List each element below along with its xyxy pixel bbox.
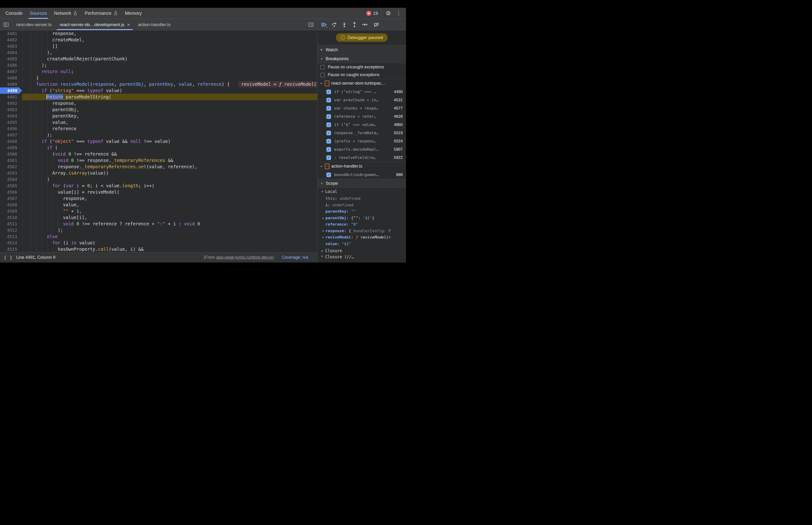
tab-network[interactable]: Network [50, 8, 81, 19]
scope-variable-row[interactable]: reference: "0" [318, 221, 406, 228]
section-scope[interactable]: ▼ Scope [318, 179, 406, 188]
tab-sources[interactable]: Sources [26, 8, 50, 19]
code-line-body: for (i in value) [22, 240, 317, 246]
breakpoint-item[interactable]: ✓reference = refer…4628 [318, 112, 406, 121]
line-number[interactable]: 4496 [0, 125, 22, 132]
tab-memory[interactable]: Memory [121, 8, 145, 19]
step-out-icon[interactable] [350, 21, 358, 29]
line-number[interactable]: 4513 [0, 234, 22, 240]
breakpoint-item[interactable]: ✓boundActionArgumen…888 [318, 170, 406, 179]
line-number[interactable]: 4512 [0, 227, 22, 234]
line-number[interactable]: 4488 [0, 75, 22, 81]
resume-icon[interactable] [320, 21, 328, 29]
scope-local-header[interactable]: ▼ Local [318, 188, 406, 195]
line-number[interactable]: 4495 [0, 119, 22, 125]
file-tab-next-dev-server[interactable]: next-dev-server.ts [12, 19, 56, 30]
source-map-link[interactable]: app-page-turbo.runtime.dev.js [216, 255, 272, 260]
scope-variable-row[interactable]: this: undefined [318, 195, 406, 202]
line-number[interactable]: 4506 [0, 189, 22, 195]
line-number[interactable]: 4485 [0, 56, 22, 62]
line-number[interactable]: 4492 [0, 100, 22, 106]
checkbox-checked[interactable]: ✓ [326, 114, 331, 119]
line-number[interactable]: 4486 [0, 62, 22, 69]
code-editor[interactable]: 4481response,4482createModel,4483[]4484)… [0, 30, 317, 252]
line-number[interactable]: 4508 [0, 201, 22, 208]
error-badge[interactable]: × 19 [366, 11, 378, 16]
checkbox-unchecked[interactable] [320, 65, 325, 70]
pretty-print-icon[interactable]: { } [4, 255, 13, 260]
checkbox-checked[interactable]: ✓ [326, 131, 331, 135]
show-navigator-icon[interactable] [0, 19, 12, 30]
line-number[interactable]: 4501 [0, 157, 22, 164]
line-number[interactable]: 4515 [0, 246, 22, 252]
breakpoint-item[interactable]: ✓var prevChunk = in…4531 [318, 96, 406, 104]
file-tab-action-handler[interactable]: action-handler.ts [134, 19, 174, 30]
breakpoint-item[interactable]: ✓: resolveField(re…5922 [318, 153, 406, 162]
breakpoint-file-group[interactable]: ▼‹›action-handler.ts [318, 162, 406, 170]
execution-line-number[interactable]: 4490 [0, 87, 22, 94]
close-tab-icon[interactable]: × [127, 22, 130, 28]
checkbox-checked[interactable]: ✓ [326, 172, 331, 177]
section-breakpoints[interactable]: ▼ Breakpoints [318, 54, 406, 63]
line-number[interactable]: 4494 [0, 113, 22, 119]
line-number[interactable]: 4502 [0, 164, 22, 170]
checkbox-checked[interactable]: ✓ [326, 155, 331, 160]
line-number[interactable]: 4491 [0, 94, 22, 100]
checkbox-unchecked[interactable] [320, 73, 325, 77]
line-number[interactable]: 4514 [0, 240, 22, 246]
scope-variable-row[interactable]: parentKey: "" [318, 208, 406, 215]
line-number[interactable]: 4487 [0, 69, 22, 75]
line-number[interactable]: 4498 [0, 138, 22, 145]
checkbox-checked[interactable]: ✓ [326, 106, 331, 111]
settings-gear-icon[interactable]: ⚙ [385, 10, 392, 17]
line-number[interactable]: 4505 [0, 183, 22, 189]
scope-closure-partial[interactable]: ▶ Closure (//… [318, 255, 406, 262]
line-number[interactable]: 4500 [0, 151, 22, 157]
checkbox-checked[interactable]: ✓ [326, 90, 331, 94]
scope-closure-header[interactable]: ▶ Closure [318, 247, 406, 255]
tab-performance[interactable]: Performance [81, 8, 121, 19]
checkbox-checked[interactable]: ✓ [326, 98, 331, 103]
line-number[interactable]: 4493 [0, 106, 22, 113]
step-over-icon[interactable] [330, 21, 338, 29]
step-into-icon[interactable] [340, 21, 349, 29]
line-number[interactable]: 4511 [0, 221, 22, 227]
step-icon[interactable] [360, 21, 369, 29]
breakpoint-item[interactable]: ✓var chunks = respo…4577 [318, 104, 406, 112]
line-number[interactable]: 4481 [0, 30, 22, 37]
line-number[interactable]: 4509 [0, 208, 22, 214]
checkbox-checked[interactable]: ✓ [326, 122, 331, 127]
line-number[interactable]: 4503 [0, 170, 22, 176]
pause-caught-row[interactable]: Pause on caught exceptions [318, 71, 406, 79]
checkbox-checked[interactable]: ✓ [326, 147, 331, 152]
scope-variable-row[interactable]: i: undefined [318, 202, 406, 208]
breakpoint-file-group[interactable]: ▼‹›react-server-dom-turbopac… [318, 79, 406, 88]
line-number[interactable]: 4499 [0, 145, 22, 151]
file-tab-react-server-dom[interactable]: react-server-do…development.js × [56, 19, 134, 30]
deactivate-breakpoints-icon[interactable] [372, 21, 381, 29]
scope-variable-row[interactable]: ▶response: {_bundlerConfig: P [318, 228, 406, 234]
line-number[interactable]: 4489 [0, 81, 22, 87]
scope-variable-row[interactable]: ▶parentObj: {"": '$1'} [318, 215, 406, 221]
breakpoint-item[interactable]: ✓if ("string" === …4490 [318, 88, 406, 96]
breakpoint-item[interactable]: ✓if ("$" === value…4860 [318, 121, 406, 129]
pause-uncaught-row[interactable]: Pause on uncaught exceptions [318, 63, 406, 71]
section-watch[interactable]: ▶ Watch [318, 45, 406, 54]
line-number[interactable]: 4484 [0, 49, 22, 56]
line-number[interactable]: 4510 [0, 214, 22, 221]
breakpoint-item[interactable]: ✓exports.decodeRepl…5907 [318, 145, 406, 153]
scope-variable-row[interactable]: value: "$1" [318, 241, 406, 247]
kebab-menu-icon[interactable]: ⋮ [395, 10, 402, 17]
line-number[interactable]: 4482 [0, 37, 22, 43]
breakpoint-item[interactable]: ✓response._formData…5019 [318, 129, 406, 137]
tab-console[interactable]: Console [2, 8, 26, 19]
scope-variable-row[interactable]: ▶reviveModel: ƒ reviveModel(r [318, 234, 406, 241]
coverage-link[interactable]: Coverage: n/a [282, 255, 308, 260]
checkbox-checked[interactable]: ✓ [326, 139, 331, 144]
line-number[interactable]: 4497 [0, 132, 22, 138]
toggle-debugger-sidebar-icon[interactable] [305, 19, 317, 30]
line-number[interactable]: 4504 [0, 176, 22, 183]
line-number[interactable]: 4483 [0, 43, 22, 49]
line-number[interactable]: 4507 [0, 195, 22, 201]
breakpoint-item[interactable]: ✓(prefix = respons…5024 [318, 137, 406, 145]
